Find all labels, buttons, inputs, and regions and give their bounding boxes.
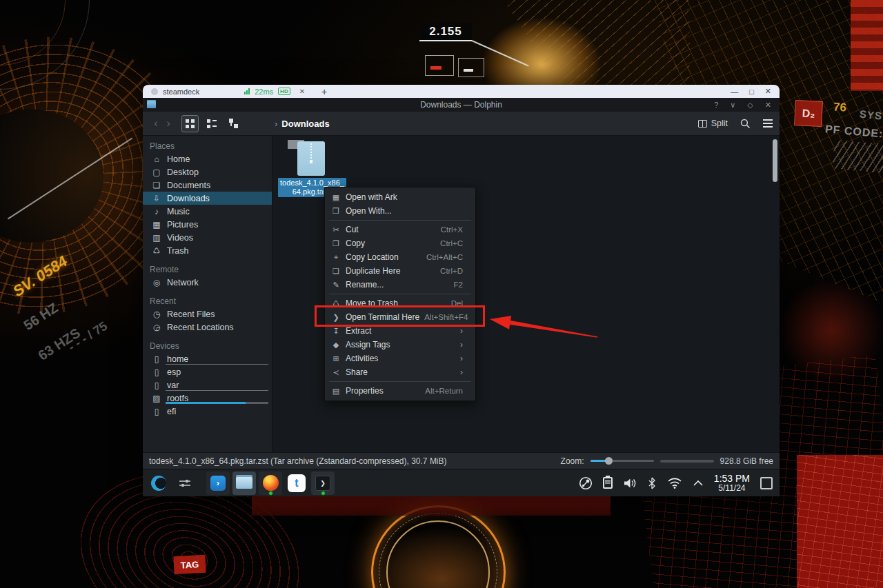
settings-sliders-button[interactable] [173, 472, 197, 495]
new-tab-button[interactable]: + [321, 86, 327, 97]
help-button[interactable]: ? [714, 101, 718, 110]
hamburger-menu-icon[interactable] [763, 119, 773, 128]
sidebar-item-device-esp[interactable]: ▯esp [143, 365, 272, 378]
close-button[interactable]: ✕ [765, 87, 771, 96]
system-tray: 1:53 PM 5/11/24 [579, 474, 773, 492]
volume-icon[interactable] [623, 477, 637, 489]
task-firefox[interactable] [259, 472, 282, 495]
clipboard-icon[interactable] [603, 477, 613, 489]
menu-item-duplicate-here[interactable]: ❏Duplicate HereCtrl+D [325, 264, 475, 278]
menu-item-cut[interactable]: ✂CutCtrl+X [325, 223, 475, 236]
sidebar-item-device-rootfs[interactable]: ▨rootfs [143, 392, 272, 405]
task-dolphin[interactable] [232, 472, 256, 495]
menu-label: Properties [346, 386, 384, 396]
breadcrumb[interactable]: › Downloads [275, 119, 330, 129]
breadcrumb-location[interactable]: Downloads [281, 119, 329, 129]
tree-view-button[interactable] [224, 115, 241, 132]
disk-icon: ▨ [152, 394, 161, 403]
menu-item-properties[interactable]: ▤PropertiesAlt+Return [325, 384, 475, 398]
sidebar-item-downloads[interactable]: ⇩Downloads [143, 192, 272, 205]
menu-item-copy-location[interactable]: ⌖Copy LocationCtrl+Alt+C [325, 250, 475, 264]
split-view-icon [698, 120, 707, 128]
app-launcher-button[interactable] [147, 472, 170, 495]
sidebar-item-recent-files[interactable]: ◷Recent Files [143, 307, 272, 321]
sidebar-item-label: Pictures [167, 220, 198, 230]
documents-icon: ❏ [152, 181, 161, 190]
disk-icon: ▯ [152, 367, 161, 377]
wallpaper-hatch-lines [832, 140, 883, 174]
menu-label: Assign Tags [346, 340, 390, 349]
maximize-button[interactable]: ◇ [747, 101, 753, 110]
split-label: Split [711, 119, 728, 128]
duplicate-icon: ❏ [331, 267, 341, 276]
menu-label: Extract [346, 326, 371, 336]
sidebar-item-desktop[interactable]: ▢Desktop [143, 165, 272, 179]
menu-item-rename[interactable]: ✎Rename...F2 [325, 278, 475, 292]
disk-capacity-bar [660, 460, 714, 463]
menu-item-copy[interactable]: ❐CopyCtrl+C [325, 236, 475, 250]
sidebar-item-home[interactable]: ⌂Home [143, 152, 272, 165]
ark-icon: ▦ [331, 193, 341, 202]
sliders-icon [179, 478, 191, 489]
konsole-icon: ❯ [315, 476, 330, 491]
sidebar-item-pictures[interactable]: ▦Pictures [143, 218, 272, 231]
clock-widget[interactable]: 1:53 PM 5/11/24 [714, 474, 750, 492]
tree-view-icon [228, 119, 238, 128]
minimize-button[interactable]: ∨ [730, 101, 735, 110]
sidebar-item-label: Recent Files [167, 310, 215, 319]
wallpaper-arc [0, 0, 66, 65]
task-discover[interactable]: › [206, 472, 230, 495]
back-button[interactable]: ‹ [150, 116, 162, 130]
submenu-chevron-icon: › [460, 326, 463, 336]
disk-usage-bar [166, 390, 268, 391]
vertical-scrollbar[interactable] [773, 139, 777, 182]
zoom-slider-handle[interactable] [605, 457, 613, 465]
wifi-icon[interactable] [667, 477, 682, 489]
activities-icon: ⊞ [331, 354, 341, 363]
tab-favicon-icon [151, 88, 158, 95]
sidebar-item-device-home[interactable]: ▯home [143, 352, 272, 365]
bluetooth-icon[interactable] [647, 477, 657, 489]
remote-session-tab[interactable]: steamdeck 22ms HD ✕ [147, 85, 309, 98]
search-icon[interactable] [740, 119, 751, 129]
menu-shortcut: F2 [454, 281, 463, 289]
sidebar-item-videos[interactable]: ▥Videos [143, 231, 272, 244]
wallpaper-ring-dotted [379, 513, 497, 588]
running-indicator [268, 491, 273, 496]
steam-icon[interactable] [579, 476, 593, 490]
sidebar-item-label: Videos [167, 233, 193, 243]
extract-icon: ↧ [331, 327, 341, 336]
split-button[interactable]: Split [698, 119, 728, 128]
show-desktop-button[interactable] [760, 477, 773, 489]
sidebar-item-music[interactable]: ♪Music [143, 205, 272, 218]
sidebar-item-label: home [167, 354, 188, 364]
wallpaper-ratio: - - - / 75 [66, 319, 110, 355]
menu-label: Rename... [346, 280, 384, 290]
tab-close-icon[interactable]: ✕ [299, 88, 305, 95]
forward-button[interactable]: › [162, 116, 175, 130]
zoom-slider[interactable] [591, 460, 654, 462]
icons-view-button[interactable] [181, 115, 199, 132]
sidebar-item-trash[interactable]: ♺Trash [143, 244, 272, 257]
copy-icon: ❐ [331, 239, 341, 248]
minimize-button[interactable]: — [731, 88, 738, 96]
sidebar-item-label: esp [167, 367, 181, 377]
maximize-button[interactable]: □ [749, 88, 754, 96]
menu-item-share[interactable]: ≺Share› [325, 365, 475, 379]
close-button[interactable]: ✕ [765, 101, 771, 110]
menu-item-activities[interactable]: ⊞Activities› [325, 352, 475, 365]
menu-label: Cut [346, 225, 359, 234]
menu-item-assign-tags[interactable]: ◆Assign Tags› [325, 338, 475, 352]
sidebar-item-recent-locations[interactable]: ◶Recent Locations [143, 321, 272, 334]
sidebar-item-device-efi[interactable]: ▯efi [143, 405, 272, 418]
sidebar-item-device-var[interactable]: ▯var [143, 378, 272, 392]
menu-item-open-with[interactable]: ❒Open With... [325, 204, 475, 218]
details-view-button[interactable] [203, 115, 220, 132]
menu-shortcut: Ctrl+Alt+C [426, 253, 463, 261]
expand-tray-chevron-icon[interactable] [693, 480, 704, 487]
sidebar-item-documents[interactable]: ❏Documents [143, 179, 272, 192]
menu-item-open-with-ark[interactable]: ▦Open with Ark [325, 190, 475, 204]
task-konsole[interactable]: ❯ [311, 472, 335, 495]
sidebar-item-network[interactable]: ◎Network [143, 276, 272, 289]
task-todesk[interactable]: t [285, 472, 308, 495]
